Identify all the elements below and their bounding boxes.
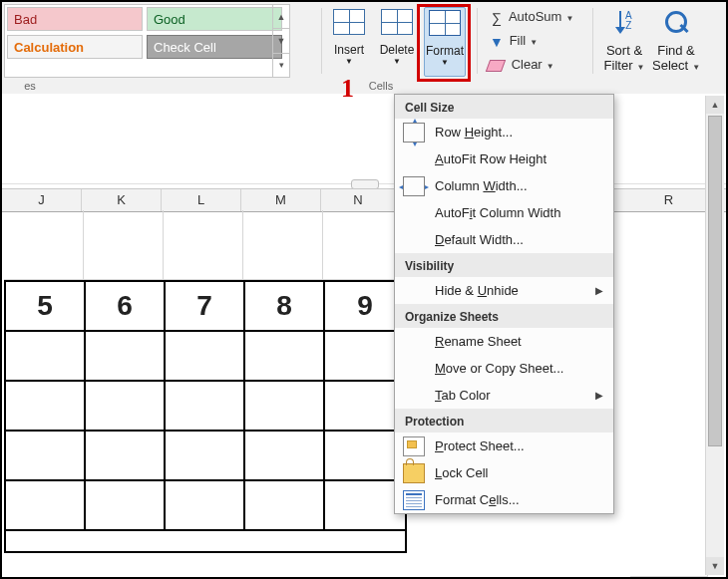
empty-cell[interactable] — [166, 432, 245, 481]
empty-cell[interactable] — [6, 382, 86, 432]
style-calculation[interactable]: Calculation — [7, 35, 143, 59]
menu-header-cell-size: Cell Size — [395, 95, 613, 119]
menu-tab-color[interactable]: Tab Color ▶ — [395, 382, 613, 409]
empty-cell[interactable] — [245, 432, 325, 481]
clear-button[interactable]: Clear▼ — [488, 54, 554, 76]
menu-protect-sheet[interactable]: Protect Sheet... — [395, 433, 613, 459]
empty-cell[interactable] — [325, 481, 405, 531]
column-header-K[interactable]: K — [82, 189, 162, 211]
dropdown-arrow-icon[interactable]: ▼ — [376, 57, 418, 66]
empty-cell[interactable] — [86, 481, 166, 531]
menu-autofit-column-width[interactable]: AutoFit Column Width — [395, 199, 613, 226]
formula-bar-area — [2, 94, 726, 189]
empty-cell[interactable] — [6, 432, 86, 481]
protect-sheet-icon — [403, 436, 425, 456]
fill-button[interactable]: ▼ Fill▼ — [488, 30, 538, 52]
style-bad[interactable]: Bad — [7, 7, 143, 31]
gallery-more-icon[interactable]: ▾ — [273, 54, 289, 77]
format-icon — [429, 10, 461, 36]
magnifier-icon — [661, 9, 691, 39]
find-select-button[interactable]: Find &Select▼ — [652, 7, 700, 77]
menu-hide-unhide[interactable]: Hide & Unhide ▶ — [395, 277, 613, 304]
cell-value[interactable]: 7 — [166, 282, 245, 332]
empty-cell[interactable] — [86, 382, 166, 432]
scroll-down-button[interactable]: ▼ — [706, 557, 724, 575]
column-header-M[interactable]: M — [241, 189, 321, 211]
scroll-up-icon[interactable]: ▲ — [273, 5, 289, 29]
delete-button[interactable]: Delete ▼ — [376, 7, 418, 77]
scroll-down-icon[interactable]: ▼ — [273, 29, 289, 53]
autosum-button[interactable]: ∑ AutoSum▼ — [488, 6, 573, 28]
empty-cell[interactable] — [166, 332, 245, 382]
column-width-icon — [403, 176, 425, 196]
menu-rename-sheet[interactable]: Rename Sheet — [395, 328, 613, 355]
empty-cell[interactable] — [245, 481, 325, 531]
column-headers: JKLMNR — [2, 188, 728, 212]
menu-default-width[interactable]: Default Width... — [395, 226, 613, 253]
empty-cell[interactable] — [6, 481, 86, 531]
styles-group-label: es — [4, 80, 56, 92]
lock-icon — [403, 463, 425, 483]
menu-move-copy-sheet[interactable]: Move or Copy Sheet... — [395, 355, 613, 382]
scroll-up-button[interactable]: ▲ — [706, 96, 724, 114]
scrollbar-thumb[interactable] — [708, 116, 722, 446]
cell-value[interactable]: 6 — [86, 282, 166, 332]
empty-cell[interactable] — [6, 332, 86, 382]
empty-cell[interactable] — [245, 382, 325, 432]
empty-cell[interactable] — [86, 332, 166, 382]
column-header-R[interactable]: R — [630, 189, 708, 211]
empty-cell[interactable] — [325, 382, 405, 432]
menu-header-visibility: Visibility — [395, 253, 613, 277]
fill-down-icon: ▼ — [488, 31, 506, 53]
insert-button[interactable]: Insert ▼ — [328, 7, 370, 77]
dropdown-arrow-icon[interactable]: ▼ — [328, 57, 370, 66]
empty-cell[interactable] — [166, 481, 245, 531]
format-menu: Cell Size Row Height... AutoFit Row Heig… — [394, 94, 614, 514]
delete-icon — [381, 9, 413, 35]
empty-cell[interactable] — [325, 432, 405, 481]
menu-lock-cell[interactable]: Lock Cell — [395, 459, 613, 486]
dropdown-arrow-icon[interactable]: ▼ — [425, 58, 465, 67]
cell-value[interactable]: 8 — [245, 282, 325, 332]
menu-format-cells[interactable]: Format Cells... — [395, 486, 613, 513]
empty-cell[interactable] — [86, 432, 166, 481]
menu-autofit-row-height[interactable]: AutoFit Row Height — [395, 145, 613, 172]
format-button[interactable]: Format ▼ — [424, 7, 466, 77]
cells-group-label: Cells — [359, 80, 403, 92]
style-check-cell[interactable]: Check Cell — [147, 35, 282, 59]
empty-cell[interactable] — [245, 332, 325, 382]
cell-value[interactable]: 5 — [6, 282, 86, 332]
column-header-N[interactable]: N — [321, 189, 396, 211]
sort-icon: AZ — [609, 9, 639, 39]
row-height-icon — [403, 123, 425, 143]
cell-styles-gallery[interactable]: Bad Good Calculation Check Cell ▲ ▼ ▾ — [4, 4, 290, 78]
cell-value[interactable]: 9 — [325, 282, 405, 332]
submenu-arrow-icon: ▶ — [595, 390, 603, 401]
column-header-J[interactable]: J — [2, 189, 82, 211]
sigma-icon: ∑ — [488, 7, 506, 29]
sort-filter-button[interactable]: AZ Sort &Filter▼ — [600, 7, 648, 77]
data-region: 56789 — [4, 280, 407, 553]
menu-column-width[interactable]: Column Width... — [395, 172, 613, 199]
empty-cell[interactable] — [166, 382, 245, 432]
empty-cell[interactable] — [325, 332, 405, 382]
column-header-L[interactable]: L — [162, 189, 241, 211]
cell-styles-scroll[interactable]: ▲ ▼ ▾ — [272, 5, 289, 77]
menu-header-protection: Protection — [395, 409, 613, 433]
format-cells-icon — [403, 490, 425, 510]
style-good[interactable]: Good — [147, 7, 282, 31]
menu-header-organize: Organize Sheets — [395, 304, 613, 328]
submenu-arrow-icon: ▶ — [595, 285, 603, 296]
insert-icon — [333, 9, 365, 35]
menu-row-height[interactable]: Row Height... — [395, 119, 613, 145]
eraser-icon — [486, 60, 506, 72]
vertical-scrollbar[interactable]: ▲ ▼ — [705, 96, 724, 575]
ribbon: Bad Good Calculation Check Cell ▲ ▼ ▾ es… — [2, 2, 726, 95]
